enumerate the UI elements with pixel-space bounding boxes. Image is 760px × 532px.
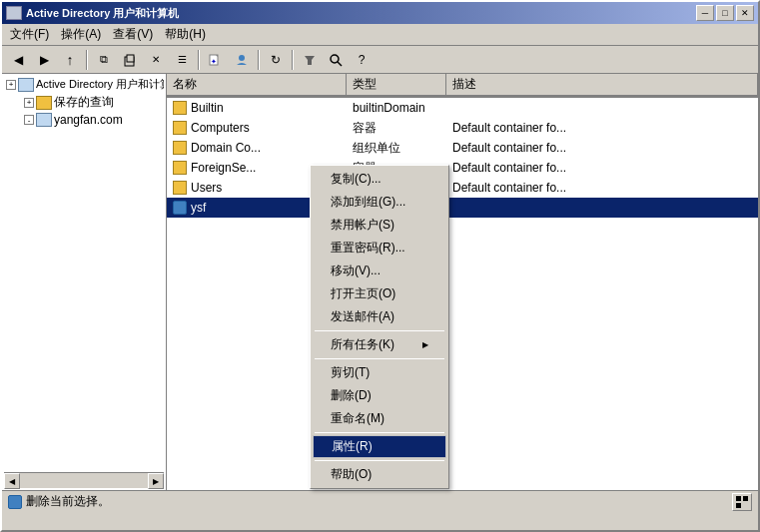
left-scroll-left[interactable]: ◀ — [4, 473, 20, 489]
ctx-open-home[interactable]: 打开主页(O) — [311, 282, 448, 305]
item-type-1: 容器 — [347, 118, 446, 138]
ctx-delete[interactable]: 删除(D) — [311, 384, 448, 407]
left-hscrollbar: ◀ ▶ — [4, 472, 164, 488]
status-icon — [8, 495, 22, 509]
menu-help[interactable]: 帮助(H) — [159, 25, 212, 45]
maximize-button[interactable]: □ — [716, 5, 734, 21]
refresh-button[interactable]: ↻ — [264, 49, 288, 71]
left-scroll-track[interactable] — [20, 473, 148, 488]
tree-domain[interactable]: - yangfan.com — [4, 112, 164, 128]
ctx-reset-pwd[interactable]: 重置密码(R)... — [311, 237, 448, 260]
col-type[interactable]: 类型 — [347, 74, 446, 96]
tree-root[interactable]: + Active Directory 用户和计算机 — [4, 76, 164, 93]
window-icon — [6, 6, 22, 20]
list-item[interactable]: Users 容器 Default container fo... — [167, 178, 758, 198]
properties-button[interactable]: ☰ — [170, 49, 194, 71]
item-name-2: Domain Co... — [167, 138, 347, 158]
toolbar-sep-3 — [258, 50, 260, 70]
ctx-sep-3 — [315, 432, 444, 433]
left-scroll-right[interactable]: ▶ — [148, 473, 164, 489]
list-item-selected[interactable]: ysf 用户 — [167, 198, 758, 218]
status-text: 删除当前选择。 — [26, 493, 110, 510]
toolbar-sep-2 — [198, 50, 200, 70]
submenu-arrow: ▶ — [422, 340, 428, 349]
back-button[interactable]: ◀ — [6, 49, 30, 71]
ctx-disable[interactable]: 禁用帐户(S) — [311, 214, 448, 237]
window-frame: Active Directory 用户和计算机 ─ □ ✕ 文件(F) 操作(A… — [0, 0, 760, 532]
menu-bar: 文件(F) 操作(A) 查看(V) 帮助(H) — [2, 24, 758, 46]
item-desc-1: Default container fo... — [446, 118, 758, 138]
ctx-properties[interactable]: 属性(R) — [313, 435, 446, 458]
new-user-button[interactable] — [230, 49, 254, 71]
help-button[interactable]: ? — [350, 49, 374, 71]
domain-expand[interactable]: - — [24, 115, 34, 125]
tree-root-label: Active Directory 用户和计算机 — [36, 77, 164, 92]
ctx-help[interactable]: 帮助(O) — [311, 463, 448, 486]
search-button[interactable] — [324, 49, 348, 71]
item-desc-2: Default container fo... — [446, 138, 758, 158]
svg-rect-10 — [743, 496, 748, 501]
item-name-0: Builtin — [167, 98, 347, 118]
right-panel: 名称 类型 描述 Builtin builtinDomain Computers… — [167, 74, 758, 490]
item-desc-5 — [446, 198, 758, 218]
title-bar: Active Directory 用户和计算机 ─ □ ✕ — [2, 2, 758, 24]
close-button[interactable]: ✕ — [736, 5, 754, 21]
tree-domain-label: yangfan.com — [54, 113, 123, 127]
svg-point-7 — [331, 55, 339, 63]
delete-button[interactable]: ✕ — [144, 49, 168, 71]
list-item[interactable]: Builtin builtinDomain — [167, 98, 758, 118]
ctx-copy[interactable]: 复制(C)... — [311, 168, 448, 191]
ctx-sep-4 — [315, 460, 444, 461]
toolbar-sep-1 — [86, 50, 88, 70]
title-bar-text: Active Directory 用户和计算机 — [6, 6, 179, 21]
menu-action[interactable]: 操作(A) — [55, 25, 107, 45]
list-item[interactable]: Domain Co... 组织单位 Default container fo..… — [167, 138, 758, 158]
ctx-send-mail[interactable]: 发送邮件(A) — [311, 305, 448, 328]
item-desc-0 — [446, 98, 758, 118]
saved-icon — [36, 96, 52, 110]
filter-button[interactable] — [298, 49, 322, 71]
up-button[interactable]: ↑ — [58, 49, 82, 71]
ctx-all-tasks[interactable]: 所有任务(K) ▶ — [311, 333, 448, 356]
status-right-icon — [732, 493, 752, 511]
item-icon-3 — [173, 161, 187, 175]
svg-rect-1 — [127, 55, 134, 62]
minimize-button[interactable]: ─ — [696, 5, 714, 21]
item-icon-4 — [173, 181, 187, 195]
list-item[interactable]: Computers 容器 Default container fo... — [167, 118, 758, 138]
item-icon-0 — [173, 101, 187, 115]
item-type-2: 组织单位 — [347, 138, 446, 158]
col-name[interactable]: 名称 — [167, 74, 347, 96]
col-description[interactable]: 描述 — [446, 74, 758, 96]
tree-saved-queries[interactable]: + 保存的查询 — [4, 93, 164, 112]
paste-button[interactable] — [118, 49, 142, 71]
item-icon-1 — [173, 121, 187, 135]
context-menu: 复制(C)... 添加到组(G)... 禁用帐户(S) 重置密码(R)... 移… — [310, 165, 449, 489]
ctx-rename[interactable]: 重命名(M) — [311, 407, 448, 430]
svg-marker-6 — [305, 56, 315, 65]
item-desc-3: Default container fo... — [446, 158, 758, 178]
svg-line-8 — [338, 62, 342, 66]
root-expand[interactable]: + — [6, 80, 16, 90]
forward-button[interactable]: ▶ — [32, 49, 56, 71]
saved-expand[interactable]: + — [24, 98, 34, 108]
new-button[interactable]: ✦ — [204, 49, 228, 71]
menu-file[interactable]: 文件(F) — [4, 25, 55, 45]
toolbar: ◀ ▶ ↑ ⧉ ✕ ☰ ✦ ↻ ? — [2, 46, 758, 74]
svg-rect-11 — [736, 503, 741, 508]
ctx-move[interactable]: 移动(V)... — [311, 260, 448, 282]
svg-text:✦: ✦ — [211, 58, 217, 65]
tree-view: + Active Directory 用户和计算机 + 保存的查询 - yang… — [4, 76, 164, 472]
item-desc-4: Default container fo... — [446, 178, 758, 198]
root-icon — [18, 78, 34, 92]
menu-view[interactable]: 查看(V) — [107, 25, 159, 45]
ctx-add-to-group[interactable]: 添加到组(G)... — [311, 191, 448, 214]
toolbar-sep-4 — [292, 50, 294, 70]
list-item[interactable]: ForeignSe... 容器 Default container fo... — [167, 158, 758, 178]
ctx-sep-1 — [315, 330, 444, 331]
status-bar: 删除当前选择。 — [2, 490, 758, 512]
copy-button[interactable]: ⧉ — [92, 49, 116, 71]
item-type-0: builtinDomain — [347, 98, 446, 118]
ctx-cut[interactable]: 剪切(T) — [311, 361, 448, 384]
item-icon-5 — [173, 201, 187, 215]
